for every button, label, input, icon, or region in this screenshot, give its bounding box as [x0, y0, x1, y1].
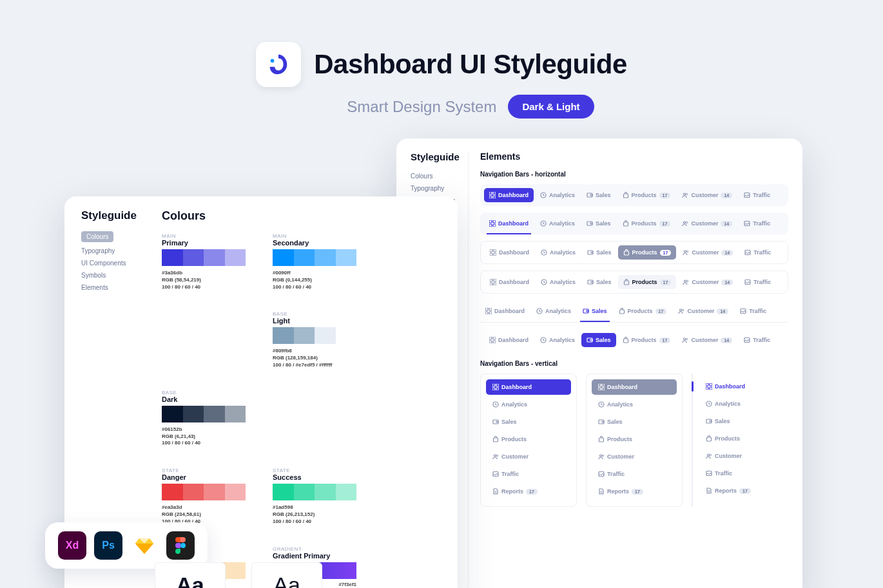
- svg-rect-90: [710, 383, 712, 386]
- svg-rect-18: [590, 223, 592, 224]
- page-title: Dashboard UI Styleguide: [314, 49, 627, 80]
- nav-item-customer[interactable]: Customer14: [677, 245, 738, 260]
- svg-point-54: [683, 309, 684, 310]
- nav-item-analytics[interactable]: Analytics: [699, 396, 783, 412]
- nav-item-sales[interactable]: Sales: [581, 188, 616, 202]
- nav-item-dashboard[interactable]: Dashboard: [485, 245, 534, 260]
- nav-item-analytics[interactable]: Analytics: [486, 397, 571, 412]
- image-icon: [744, 192, 750, 198]
- nav-item-customer[interactable]: Customer: [592, 449, 677, 464]
- svg-point-75: [494, 455, 496, 457]
- nav-item-dashboard[interactable]: Dashboard: [484, 216, 534, 231]
- nav-item-sales[interactable]: Sales: [486, 414, 571, 430]
- nav-item-analytics[interactable]: Analytics: [536, 245, 581, 260]
- nav-item-customer[interactable]: Customer14: [677, 188, 737, 202]
- bag-icon: [623, 249, 630, 256]
- nav-item-traffic[interactable]: Traffic: [739, 245, 776, 260]
- nav-item-reports[interactable]: Reports17: [699, 483, 783, 498]
- nav-item-customer[interactable]: Customer: [486, 449, 571, 464]
- svg-rect-56: [489, 337, 492, 339]
- nav-item-customer[interactable]: Customer14: [677, 333, 737, 347]
- nav-item-traffic[interactable]: Traffic: [592, 466, 677, 482]
- svg-rect-40: [591, 281, 593, 283]
- nav-item-sales[interactable]: Sales: [582, 275, 617, 289]
- nav-item-products[interactable]: Products17: [614, 304, 672, 318]
- nav-item-customer[interactable]: Customer14: [677, 275, 738, 289]
- bag-icon: [623, 192, 629, 198]
- nav-item-analytics[interactable]: Analytics: [531, 304, 576, 318]
- nav-item-dashboard[interactable]: Dashboard: [484, 333, 534, 347]
- sidebar-item[interactable]: Typography: [81, 245, 155, 257]
- nav-item-sales[interactable]: Sales: [699, 413, 783, 429]
- sketch-icon: [130, 531, 159, 560]
- badge: 17: [659, 221, 671, 227]
- nav-item-products[interactable]: Products17: [618, 275, 677, 289]
- nav-item-products[interactable]: Products: [592, 432, 677, 447]
- svg-point-76: [496, 455, 498, 456]
- nav-item-dashboard[interactable]: Dashboard: [484, 188, 534, 202]
- mode-pill[interactable]: Dark & Light: [508, 95, 594, 119]
- nav-item-products[interactable]: Products17: [617, 333, 676, 347]
- badge: 14: [717, 308, 728, 314]
- nav-item-analytics[interactable]: Analytics: [535, 188, 580, 202]
- nav-sample-row: DashboardAnalyticsSalesProducts17Custome…: [480, 184, 788, 206]
- nav-item-products[interactable]: Products17: [617, 188, 676, 202]
- svg-rect-34: [490, 279, 492, 281]
- svg-rect-74: [494, 438, 498, 442]
- sidebar-item[interactable]: UI Components: [81, 257, 155, 269]
- svg-rect-39: [588, 280, 593, 284]
- nav-item-reports[interactable]: Reports17: [592, 484, 677, 499]
- nav-item-dashboard[interactable]: Dashboard: [480, 304, 530, 318]
- nav-item-traffic[interactable]: Traffic: [699, 466, 783, 481]
- font-sample: Aa: [155, 562, 226, 588]
- sidebar-item[interactable]: Symbols: [81, 269, 155, 281]
- nav-item-customer[interactable]: Customer14: [673, 304, 733, 318]
- nav-item-traffic[interactable]: Traffic: [486, 466, 571, 482]
- nav-item-dashboard[interactable]: Dashboard: [486, 379, 571, 395]
- nav-item-products[interactable]: Products17: [617, 216, 676, 231]
- grid-icon: [485, 308, 492, 314]
- nav-item-dashboard[interactable]: Dashboard: [592, 379, 677, 395]
- badge: 14: [721, 193, 732, 198]
- badge: 14: [721, 337, 732, 343]
- svg-rect-23: [490, 249, 492, 252]
- nav-item-products[interactable]: Products17: [618, 245, 677, 260]
- svg-rect-91: [706, 387, 708, 390]
- vnav-column: DashboardAnalyticsSalesProductsCustomerT…: [480, 374, 577, 507]
- nav-item-traffic[interactable]: Traffic: [739, 333, 775, 347]
- nav-item-analytics[interactable]: Analytics: [592, 397, 677, 412]
- clock-icon: [492, 401, 499, 408]
- page-subtitle: Smart Design System: [347, 98, 496, 116]
- nav-item-products[interactable]: Products: [486, 432, 571, 447]
- sidebar-item-colours[interactable]: Colours: [81, 231, 113, 242]
- nav-item-traffic[interactable]: Traffic: [739, 188, 775, 202]
- nav-item-sales[interactable]: Sales: [581, 333, 616, 347]
- nav-item-customer[interactable]: Customer14: [677, 216, 737, 231]
- badge: 17: [739, 488, 751, 494]
- nav-item-traffic[interactable]: Traffic: [739, 216, 775, 231]
- badge: 17: [632, 489, 643, 495]
- nav-item-dashboard[interactable]: Dashboard: [699, 379, 783, 394]
- clock-icon: [536, 308, 543, 314]
- nav-item-dashboard[interactable]: Dashboard: [485, 275, 534, 289]
- svg-point-53: [680, 309, 682, 311]
- sidebar-item[interactable]: Elements: [81, 281, 155, 294]
- image-icon: [744, 249, 751, 256]
- nav-item-traffic[interactable]: Traffic: [735, 304, 771, 318]
- nav-item-reports[interactable]: Reports17: [486, 484, 571, 499]
- clock-icon: [540, 220, 547, 227]
- sidebar-title: Styleguide: [81, 209, 155, 222]
- nav-item-analytics[interactable]: Analytics: [535, 333, 580, 347]
- nav-item-sales[interactable]: Sales: [592, 414, 677, 430]
- nav-item-analytics[interactable]: Analytics: [536, 275, 581, 289]
- nav-item-customer[interactable]: Customer: [699, 448, 783, 464]
- nav-item-analytics[interactable]: Analytics: [535, 216, 580, 231]
- nav-item-traffic[interactable]: Traffic: [739, 275, 776, 289]
- sidebar-item[interactable]: Colours: [411, 170, 460, 182]
- nav-item-sales[interactable]: Sales: [577, 304, 612, 318]
- svg-rect-37: [494, 283, 496, 285]
- nav-item-sales[interactable]: Sales: [581, 216, 616, 231]
- sidebar-item[interactable]: Typography: [411, 182, 460, 194]
- nav-item-sales[interactable]: Sales: [582, 245, 617, 260]
- nav-item-products[interactable]: Products: [699, 431, 783, 446]
